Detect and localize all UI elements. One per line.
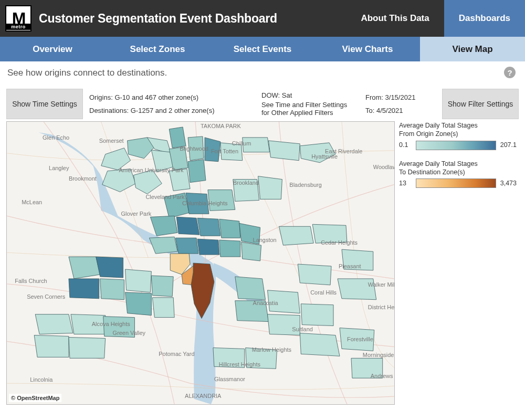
filters-dow-other: DOW: Sat See Time and Filter Settings fo…	[261, 89, 361, 119]
map-city-label: Langley	[49, 165, 69, 171]
map-city-label: Suitland	[292, 326, 313, 332]
svg-marker-50	[300, 333, 340, 356]
map-city-label: Hillcrest Heights	[219, 361, 261, 368]
map-city-label: Green Valley	[113, 330, 146, 336]
map-city-label: Cedar Heights	[321, 239, 358, 246]
metro-logo: M metro	[5, 5, 32, 32]
svg-marker-24	[197, 218, 220, 236]
map-city-label: Morningside	[363, 352, 394, 358]
svg-marker-32	[279, 226, 313, 245]
map-city-label: American University Park	[119, 167, 184, 173]
dashboards-link[interactable]: Dashboards	[444, 0, 525, 37]
svg-marker-37	[69, 257, 100, 279]
map-city-label: Fort Totten	[211, 148, 238, 154]
filter-other-l1: See Time and Filter Settings	[261, 101, 361, 109]
help-icon[interactable]: ?	[504, 67, 516, 78]
legend-destination: Average Daily Total Stages To Destinatio…	[399, 160, 517, 188]
legend-origin-l1: Average Daily Total Stages	[399, 121, 517, 130]
subtitle-text: See how origins connect to destinations.	[7, 68, 167, 78]
map-city-label: Chillum	[232, 140, 251, 146]
map-city-label: Glassmanor	[214, 376, 245, 382]
map-city-label: Alcova Heights	[92, 321, 130, 327]
map-city-label: Woodlawn	[373, 164, 394, 170]
map-city-label: Seven Corners	[27, 293, 65, 300]
svg-marker-25	[219, 219, 240, 238]
map-container[interactable]: Glen EchoSomersetTAKOMA PARKBrightwoodCh…	[6, 121, 395, 405]
filter-from-text: From: 3/15/2021	[365, 93, 434, 101]
legend-dest-min: 13	[399, 179, 412, 187]
filter-other-l2: for Other Applied Filters	[261, 109, 361, 117]
svg-marker-35	[298, 264, 331, 285]
svg-marker-44	[152, 298, 174, 318]
map-city-label: McLean	[22, 199, 42, 205]
legend-dest-max: 3,473	[500, 179, 517, 187]
filters-date-range: From: 3/15/2021 To: 4/5/2021	[365, 89, 434, 119]
legend-panel: Average Daily Total Stages From Origin Z…	[399, 121, 517, 405]
legend-origin-l2: From Origin Zone(s)	[399, 130, 517, 138]
map-city-label: Cleveland Park	[145, 194, 185, 200]
map-city-label: Columbia Heights	[182, 200, 228, 206]
map-city-label: TAKOMA PARK	[201, 123, 241, 129]
map-city-label: Bladensburg	[289, 182, 321, 188]
map-city-label: Lincolnia	[30, 376, 53, 383]
legend-origin-max: 207.1	[500, 141, 517, 149]
map-city-label: Brightwood	[180, 145, 208, 152]
svg-marker-23	[176, 217, 200, 235]
tab-view-charts[interactable]: View Charts	[315, 37, 420, 61]
show-time-settings-button[interactable]: Show Time Settings	[6, 89, 83, 119]
legend-origin: Average Daily Total Stages From Origin Z…	[399, 121, 517, 150]
svg-marker-21	[258, 176, 282, 200]
app-title: Customer Segmentation Event Dashboard	[39, 0, 346, 37]
map-city-label: Potomac Yard	[159, 351, 194, 357]
tab-bar: Overview Select Zones Select Events View…	[0, 37, 525, 61]
map-city-label: Glover Park	[121, 211, 152, 217]
svg-marker-41	[125, 269, 152, 292]
map-city-label: Anacostia	[253, 300, 279, 306]
filter-dow-text: DOW: Sat	[261, 91, 361, 99]
map-city-label: Pleasant	[339, 263, 361, 269]
map-city-label: Brookland	[233, 180, 259, 186]
map-city-label: Andrews	[371, 373, 393, 379]
map-city-label: District Heights	[368, 304, 394, 310]
svg-marker-31	[242, 242, 261, 261]
tab-view-map[interactable]: View Map	[420, 37, 525, 61]
choropleth-map[interactable]: Glen EchoSomersetTAKOMA PARKBrightwoodCh…	[7, 122, 394, 404]
map-city-label: Langston	[253, 237, 277, 243]
svg-marker-30	[219, 240, 240, 257]
about-this-data-link[interactable]: About This Data	[346, 0, 444, 37]
svg-marker-56	[69, 337, 106, 358]
svg-marker-52	[35, 314, 73, 334]
map-city-label: Marlow Heights	[252, 346, 292, 353]
svg-marker-45	[235, 277, 266, 300]
filter-to-text: To: 4/5/2021	[365, 107, 434, 114]
map-city-label: East Riverdale	[325, 148, 362, 154]
legend-dest-gradient	[416, 178, 496, 188]
show-filter-settings-button[interactable]: Show Filter Settings	[442, 89, 519, 119]
tab-select-events[interactable]: Select Events	[210, 37, 315, 61]
app-header: M metro Customer Segmentation Event Dash…	[0, 0, 525, 37]
filter-strip: Show Time Settings Origins: G-10 and 467…	[0, 89, 525, 119]
map-city-label: Brookmont	[69, 175, 97, 182]
svg-marker-40	[100, 279, 124, 300]
svg-marker-39	[69, 279, 99, 299]
map-city-label: Forestville	[347, 336, 373, 342]
map-city-label: ALEXANDRIA	[185, 393, 222, 399]
map-city-label: Glen Echo	[43, 134, 69, 141]
tab-overview[interactable]: Overview	[0, 37, 105, 61]
subtitle-row: See how origins connect to destinations.…	[0, 61, 525, 85]
filters-origin-dest: Origins: G-10 and 467 other zone(s) Dest…	[89, 89, 257, 119]
legend-origin-gradient	[416, 141, 496, 150]
tab-select-zones[interactable]: Select Zones	[105, 37, 210, 61]
svg-marker-11	[188, 160, 206, 183]
svg-marker-43	[151, 276, 173, 297]
map-city-label: Falls Church	[15, 278, 47, 284]
svg-marker-55	[34, 335, 69, 357]
logo-small-text: metro	[6, 24, 30, 30]
svg-marker-28	[175, 238, 198, 254]
svg-marker-49	[301, 304, 333, 326]
filter-origins-text: Origins: G-10 and 467 other zone(s)	[89, 93, 257, 101]
content-row: Glen EchoSomersetTAKOMA PARKBrightwoodCh…	[0, 119, 525, 411]
svg-marker-38	[96, 257, 123, 278]
svg-marker-29	[197, 239, 219, 255]
map-city-label: Somerset	[99, 138, 124, 144]
